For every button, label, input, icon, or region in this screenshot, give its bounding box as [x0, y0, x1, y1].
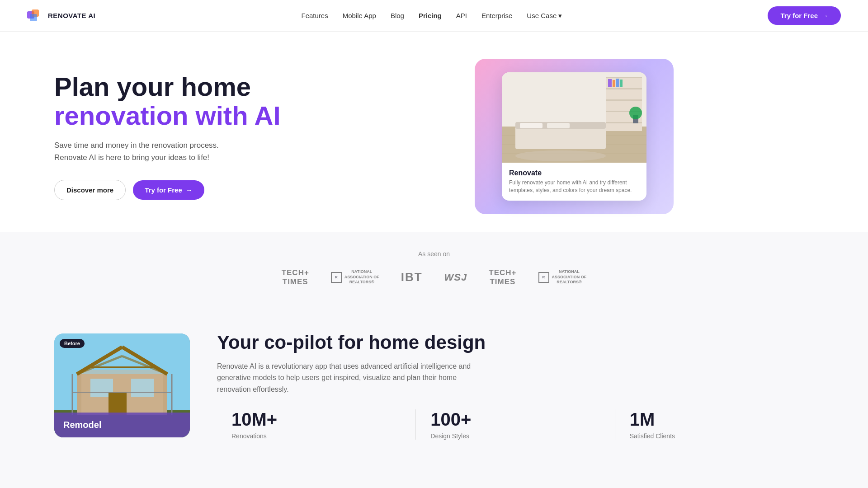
nav-mobile-app[interactable]: Mobile App: [343, 12, 376, 19]
logo-ibt: IBT: [401, 270, 423, 284]
clients-label: Satisfied Clients: [630, 432, 799, 440]
as-seen-label: As seen on: [36, 250, 832, 258]
hero-subtext: Save time and money in the renovation pr…: [54, 139, 253, 164]
nav-use-case[interactable]: Use Case: [527, 12, 562, 20]
hero-text-block: Plan your home renovation with AI Save t…: [54, 72, 307, 200]
stat-renovations: 10M+ Renovations: [217, 409, 416, 440]
hero-section: Plan your home renovation with AI Save t…: [0, 32, 868, 232]
nav-links: Features Mobile App Blog Pricing API Ent…: [301, 12, 562, 20]
nav-features[interactable]: Features: [301, 12, 328, 19]
nav-pricing[interactable]: Pricing: [419, 12, 442, 19]
hero-card-wrapper: ‹: [475, 59, 674, 214]
logo-realtors-1: R NATIONALASSOCIATION OFREALTORS®: [331, 269, 379, 285]
stat-clients: 1M Satisfied Clients: [615, 409, 814, 440]
nav-enterprise[interactable]: Enterprise: [481, 12, 512, 19]
arrow-right-icon: [186, 186, 193, 194]
hero-headline: Plan your home renovation with AI: [54, 72, 307, 130]
navbar: RENOVATE AI Features Mobile App Blog Pri…: [0, 0, 868, 32]
hero-image-block: ‹: [335, 59, 814, 214]
card-image: [502, 72, 646, 163]
brand-name: RENOVATE AI: [48, 12, 95, 19]
svg-point-24: [515, 150, 606, 161]
copilot-headline: Your co-pilot for home design: [217, 332, 814, 353]
nav-try-free-button[interactable]: Try for Free: [768, 6, 841, 25]
clients-number: 1M: [630, 409, 799, 430]
svg-rect-10: [606, 88, 642, 89]
renovate-card: ‹: [502, 72, 646, 201]
card-description: Fully renovate your home with AI and try…: [509, 179, 639, 194]
svg-rect-35: [131, 379, 154, 397]
svg-rect-14: [608, 79, 612, 87]
arrow-right-icon: [821, 12, 828, 19]
svg-point-19: [629, 107, 642, 119]
logo-realtors-2: R NATIONALASSOCIATION OFREALTORS®: [538, 269, 587, 285]
copilot-image-block: Before: [54, 333, 190, 437]
hero-try-free-button[interactable]: Try for Free: [133, 180, 204, 200]
logo-tech-times-1: TECH+TIMES: [282, 268, 309, 286]
as-seen-section: As seen on TECH+TIMES R NATIONALASSOCIAT…: [0, 232, 868, 305]
design-styles-number: 100+: [430, 409, 600, 430]
before-badge: Before: [60, 339, 85, 348]
svg-rect-9: [606, 77, 642, 78]
logos-row: TECH+TIMES R NATIONALASSOCIATION OFREALT…: [36, 268, 832, 286]
svg-rect-36: [108, 392, 127, 415]
card-info: Renovate Fully renovate your home with A…: [502, 163, 646, 201]
renovations-number: 10M+: [231, 409, 401, 430]
room-svg: [502, 72, 646, 163]
svg-rect-16: [616, 79, 619, 87]
renovations-label: Renovations: [231, 432, 401, 440]
use-case-chevron-icon: [558, 12, 562, 20]
copilot-description: Renovate AI is a revolutionary app that …: [217, 361, 488, 395]
svg-rect-17: [620, 80, 623, 87]
brand-logo[interactable]: RENOVATE AI: [27, 8, 95, 24]
svg-rect-15: [613, 80, 615, 87]
logo-icon: [27, 8, 43, 24]
remodel-label: Remodel: [54, 413, 190, 437]
nav-api[interactable]: API: [456, 12, 467, 19]
discover-more-button[interactable]: Discover more: [54, 180, 126, 200]
copilot-text-block: Your co-pilot for home design Renovate A…: [217, 332, 814, 440]
logo-wsj: WSJ: [444, 272, 467, 283]
svg-rect-23: [547, 123, 570, 128]
svg-rect-2: [30, 14, 37, 21]
svg-rect-11: [606, 99, 642, 101]
svg-rect-22: [520, 123, 542, 128]
logo-tech-times-2: TECH+TIMES: [489, 268, 516, 286]
design-styles-label: Design Styles: [430, 432, 600, 440]
card-title: Renovate: [509, 169, 639, 177]
nav-blog[interactable]: Blog: [391, 12, 404, 19]
stats-row: 10M+ Renovations 100+ Design Styles 1M S…: [217, 409, 814, 440]
copilot-section: Before: [0, 305, 868, 467]
hero-buttons: Discover more Try for Free: [54, 180, 307, 200]
before-after-card: Before: [54, 333, 190, 437]
stat-design-styles: 100+ Design Styles: [416, 409, 615, 440]
